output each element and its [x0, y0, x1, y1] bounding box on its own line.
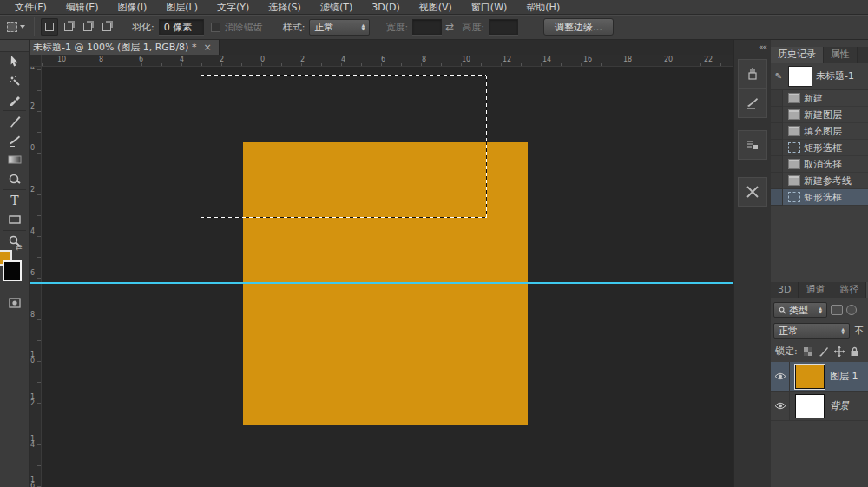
history-marquee-icon	[788, 142, 800, 153]
separator	[3, 230, 26, 231]
swap-dimensions-icon[interactable]: ⇄	[445, 21, 454, 33]
rectangle-tool[interactable]	[0, 210, 30, 229]
history-source-well[interactable]	[771, 123, 783, 140]
lock-pixels-icon[interactable]	[819, 346, 829, 357]
ruler-num: 18	[623, 56, 632, 63]
gradient-icon	[8, 155, 22, 165]
canvas-area[interactable]	[42, 67, 733, 487]
menu-file[interactable]: 文件(F)	[5, 0, 56, 15]
feather-input[interactable]: 0 像素	[159, 19, 204, 35]
width-input[interactable]	[412, 19, 442, 35]
history-brush-icon[interactable]: ✎	[773, 71, 785, 81]
menu-window[interactable]: 窗口(W)	[462, 0, 516, 15]
horizontal-ruler[interactable]: 10 8 6 4 2 0 2 4 6 8 10 12 14 16 18 20 2…	[42, 55, 733, 67]
background-color[interactable]	[3, 260, 22, 281]
history-state[interactable]: 填充图层	[771, 123, 868, 140]
tool-presets-panel-button[interactable]	[738, 177, 767, 207]
swap-colors-icon[interactable]: ⇄	[16, 243, 23, 252]
menu-image[interactable]: 图像(I)	[108, 0, 156, 15]
menu-select[interactable]: 选择(S)	[259, 0, 311, 15]
snapshot-label: 未标题-1	[816, 69, 854, 82]
close-icon[interactable]: ×	[203, 42, 211, 53]
horizontal-guide[interactable]	[42, 282, 733, 284]
visibility-cell[interactable]	[771, 392, 790, 420]
ruler-num: 0	[30, 145, 38, 151]
tab-channels[interactable]: 通道	[799, 282, 832, 298]
history-source-well[interactable]	[771, 189, 783, 206]
history-source-well[interactable]	[771, 140, 783, 156]
history-state[interactable]: 矩形选框	[771, 140, 868, 156]
layer1-thumbnail[interactable]	[795, 365, 825, 389]
refine-edge-button[interactable]: 调整边缘…	[543, 18, 614, 36]
tab-paths[interactable]: 路径	[832, 282, 866, 298]
ruler-num: 12	[503, 56, 511, 63]
lock-all-icon[interactable]	[850, 346, 859, 357]
layer-name[interactable]: 图层 1	[830, 370, 858, 383]
add-selection-button[interactable]	[60, 18, 77, 36]
document-tab[interactable]: 未标题-1 @ 100% (图层 1, RGB/8) * ×	[26, 40, 220, 55]
history-snapshot-row[interactable]: ✎ 未标题-1	[771, 63, 868, 90]
gradient-tool[interactable]	[0, 150, 30, 169]
search-icon	[779, 306, 786, 314]
menu-type[interactable]: 文字(Y)	[207, 0, 259, 15]
history-source-well[interactable]	[771, 107, 783, 123]
eyedropper-tool[interactable]	[0, 90, 30, 109]
tab-3d[interactable]: 3D	[771, 282, 799, 298]
brush-presets-panel-button[interactable]	[738, 59, 767, 89]
layer-row-layer1[interactable]: 图层 1	[771, 362, 868, 392]
quick-mask-button[interactable]	[0, 293, 30, 313]
subtract-selection-button[interactable]	[79, 18, 96, 36]
history-state[interactable]: 新建	[771, 90, 868, 107]
dropdown-arrows-icon: ▲▼	[362, 23, 365, 30]
history-source-well[interactable]	[771, 173, 783, 189]
orange-fill-layer[interactable]	[243, 142, 528, 425]
anti-alias-checkbox[interactable]	[211, 23, 220, 32]
tab-history[interactable]: 历史记录	[771, 47, 824, 63]
history-state[interactable]: 新建参考线	[771, 173, 868, 189]
clone-stamp-tool[interactable]	[0, 131, 30, 150]
brush-panel-button[interactable]	[738, 89, 767, 118]
history-state-selected[interactable]: 矩形选框	[771, 189, 868, 206]
tools-panel-grip[interactable]	[0, 40, 29, 52]
dodge-tool[interactable]	[0, 169, 30, 188]
style-dropdown[interactable]: 正常 ▲▼	[309, 19, 370, 36]
menu-help[interactable]: 帮助(H)	[516, 0, 569, 15]
brush-tool[interactable]	[0, 112, 30, 131]
history-state[interactable]: 取消选择	[771, 156, 868, 173]
ruler-num: 12	[30, 394, 38, 406]
layer-name[interactable]: 背景	[830, 399, 849, 412]
menu-3d[interactable]: 3D(D)	[362, 0, 410, 15]
blend-mode-dropdown[interactable]: 正常 ▲▼	[773, 323, 850, 339]
ruler-corner[interactable]	[30, 55, 42, 67]
tab-properties[interactable]: 属性	[824, 47, 858, 63]
menu-filter[interactable]: 滤镜(T)	[311, 0, 362, 15]
type-tool[interactable]: T	[0, 191, 30, 210]
menu-view[interactable]: 视图(V)	[410, 0, 462, 15]
history-source-well[interactable]	[771, 156, 783, 173]
history-state[interactable]: 新建图层	[771, 107, 868, 123]
intersect-selection-button[interactable]	[98, 18, 115, 36]
visibility-cell[interactable]	[771, 362, 790, 391]
clone-source-panel-button[interactable]	[738, 130, 767, 160]
filter-pixel-icon[interactable]	[831, 305, 843, 315]
history-state-label: 取消选择	[804, 158, 842, 171]
layer-row-background[interactable]: 背景	[771, 392, 868, 421]
brush-icon	[8, 115, 22, 128]
new-selection-button[interactable]	[41, 18, 58, 36]
lock-transparency-icon[interactable]	[803, 346, 813, 357]
lock-label: 锁定:	[775, 345, 798, 358]
menu-layer[interactable]: 图层(L)	[156, 0, 207, 15]
menu-edit[interactable]: 编辑(E)	[56, 0, 108, 15]
history-source-well[interactable]	[771, 90, 783, 107]
filter-adjustment-icon[interactable]	[846, 305, 857, 315]
layer-filter-dropdown[interactable]: 类型 ▲▼	[773, 302, 827, 318]
tool-preset-picker[interactable]	[0, 22, 29, 32]
collapse-panels-icon[interactable]: ««	[759, 43, 766, 51]
lock-position-icon[interactable]	[834, 346, 845, 357]
move-tool[interactable]	[0, 52, 30, 71]
vertical-ruler[interactable]: 4 2 0 2 4 6 8 10 12 14 16	[30, 67, 42, 487]
background-thumbnail[interactable]	[795, 394, 825, 418]
height-input[interactable]	[489, 19, 518, 35]
magic-wand-tool[interactable]	[0, 71, 30, 90]
history-state-label: 填充图层	[804, 125, 842, 138]
